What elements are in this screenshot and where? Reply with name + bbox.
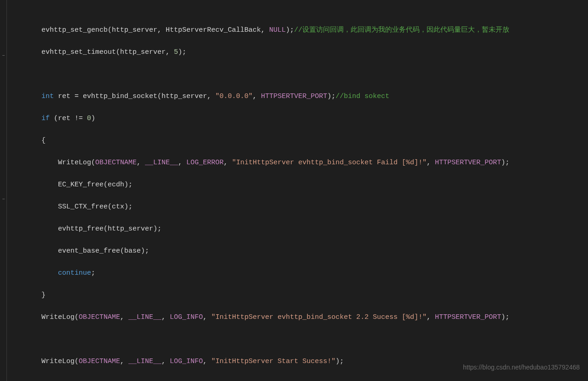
- code-line: {: [0, 135, 588, 146]
- code-line: [0, 334, 588, 345]
- fold-marker[interactable]: −: [1, 54, 6, 58]
- code-line: event_base_free(base);: [0, 246, 588, 257]
- fold-marker[interactable]: −: [1, 198, 6, 202]
- code-line: WriteLog(OBJECTNAME, __LINE__, LOG_ERROR…: [0, 157, 588, 168]
- code-line: evhttp_set_timeout(http_server, 5);: [0, 47, 588, 58]
- code-line: [0, 69, 588, 80]
- code-line: int ret = evhttp_bind_socket(http_server…: [0, 91, 588, 102]
- gutter: − −: [0, 0, 7, 381]
- code-line: continue;: [0, 268, 588, 279]
- code-line: evhttp_set_gencb(http_server, HttpServer…: [0, 25, 588, 36]
- code-line: EC_KEY_free(ecdh);: [0, 179, 588, 190]
- code-line: if (ret != 0): [0, 113, 588, 124]
- code-line: evhttp_free(http_server);: [0, 224, 588, 235]
- code-line: SSL_CTX_free(ctx);: [0, 202, 588, 213]
- code-line: }: [0, 290, 588, 301]
- code-line: WriteLog(OBJECTNAME, __LINE__, LOG_INFO,…: [0, 312, 588, 323]
- code-editor[interactable]: − − evhttp_set_gencb(http_server, HttpSe…: [0, 0, 588, 381]
- watermark: https://blog.csdn.net/hedubao135792468: [463, 362, 580, 373]
- code-line: [0, 378, 588, 381]
